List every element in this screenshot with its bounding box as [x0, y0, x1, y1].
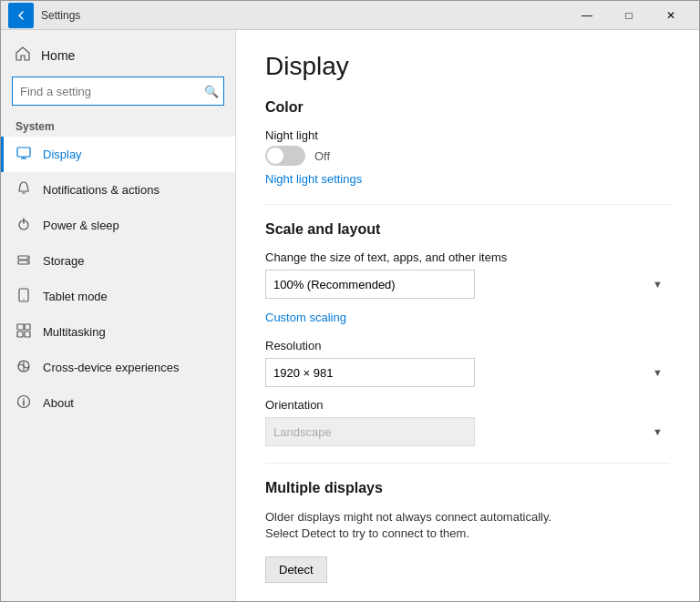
sidebar-section-label: System [1, 113, 235, 137]
svg-rect-12 [17, 324, 24, 330]
sidebar-search: 🔍 [12, 77, 224, 106]
sidebar-item-power-label: Power & sleep [43, 219, 119, 232]
sidebar: Home 🔍 System Display [1, 30, 236, 601]
adapter-link-wrapper: Display adapter properties [265, 599, 670, 601]
svg-rect-14 [17, 332, 23, 337]
sidebar-item-multitasking[interactable]: Multitasking [1, 314, 235, 350]
orientation-dropdown[interactable]: Landscape Portrait Landscape (flipped) P… [265, 417, 475, 446]
sidebar-item-cross-device[interactable]: Cross-device experiences [1, 350, 235, 385]
sidebar-item-tablet[interactable]: Tablet mode [1, 279, 235, 314]
home-label: Home [41, 48, 75, 63]
sidebar-item-about[interactable]: About [1, 385, 235, 421]
resolution-group: Resolution 1920 × 981 1920 × 1080 1280 ×… [265, 339, 670, 387]
divider-2 [265, 463, 670, 464]
close-button[interactable]: ✕ [650, 1, 692, 30]
about-icon [15, 394, 32, 412]
orientation-dropdown-arrow: ▼ [653, 426, 663, 437]
svg-rect-0 [17, 148, 30, 157]
divider-1 [265, 204, 670, 205]
svg-point-11 [23, 299, 24, 300]
search-icon: 🔍 [204, 85, 219, 98]
content-area: Display Color Night light Off Night ligh… [236, 30, 699, 601]
resolution-dropdown-wrapper: 1920 × 981 1920 × 1080 1280 × 720 ▼ [265, 358, 670, 387]
svg-point-9 [26, 261, 28, 263]
night-light-state: Off [314, 149, 330, 163]
storage-icon [15, 252, 32, 270]
power-icon [15, 217, 32, 234]
multiple-displays-text: Older displays might not always connect … [265, 509, 584, 542]
svg-rect-13 [25, 324, 30, 330]
night-light-toggle[interactable] [265, 146, 305, 166]
svg-point-20 [23, 398, 25, 400]
notifications-icon [15, 181, 32, 199]
multiple-displays-section-title: Multiple displays [265, 480, 670, 496]
resolution-label: Resolution [265, 339, 670, 352]
resolution-dropdown-arrow: ▼ [653, 367, 663, 378]
sidebar-item-home[interactable]: Home [1, 37, 235, 73]
scale-section-title: Scale and layout [265, 221, 670, 238]
tablet-icon [15, 288, 32, 305]
window-title: Settings [41, 9, 566, 22]
scale-description: Change the size of text, apps, and other… [265, 250, 670, 264]
maximize-button[interactable]: □ [608, 1, 650, 30]
sidebar-item-tablet-label: Tablet mode [43, 290, 108, 303]
custom-scaling-link[interactable]: Custom scaling [265, 311, 346, 324]
sidebar-item-about-label: About [43, 396, 74, 410]
minimize-button[interactable]: — [566, 1, 608, 30]
sidebar-item-display-label: Display [43, 148, 82, 161]
display-icon [15, 146, 32, 163]
sidebar-item-storage[interactable]: Storage [1, 243, 235, 279]
title-bar: Settings — □ ✕ [1, 1, 699, 30]
night-light-label: Night light [265, 128, 670, 142]
scale-dropdown[interactable]: 100% (Recommended) 125% 150% 175% [265, 270, 475, 299]
search-input[interactable] [12, 77, 224, 106]
resolution-dropdown[interactable]: 1920 × 981 1920 × 1080 1280 × 720 [265, 358, 475, 387]
detect-button[interactable]: Detect [265, 556, 327, 583]
sidebar-item-power[interactable]: Power & sleep [1, 208, 235, 243]
multitasking-icon [15, 323, 32, 341]
display-adapter-link[interactable]: Display adapter properties [265, 600, 404, 601]
window-controls: — □ ✕ [566, 1, 692, 30]
sidebar-item-storage-label: Storage [43, 254, 85, 268]
night-light-settings-link[interactable]: Night light settings [265, 172, 362, 186]
orientation-group: Orientation Landscape Portrait Landscape… [265, 398, 670, 446]
svg-point-8 [26, 257, 28, 259]
orientation-label: Orientation [265, 398, 670, 412]
sidebar-item-notifications-label: Notifications & actions [43, 183, 160, 197]
back-button[interactable] [8, 3, 34, 28]
orientation-dropdown-wrapper: Landscape Portrait Landscape (flipped) P… [265, 417, 670, 446]
cross-device-icon [15, 359, 32, 376]
toggle-knob [267, 148, 283, 164]
sidebar-item-cross-device-label: Cross-device experiences [43, 361, 180, 374]
color-section-title: Color [265, 99, 670, 116]
sidebar-item-multitasking-label: Multitasking [43, 325, 106, 339]
sidebar-item-notifications[interactable]: Notifications & actions [1, 172, 235, 208]
scale-dropdown-wrapper: 100% (Recommended) 125% 150% 175% ▼ [265, 270, 670, 299]
scale-dropdown-arrow: ▼ [653, 279, 663, 290]
sidebar-item-display[interactable]: Display [1, 137, 235, 172]
home-icon [15, 46, 30, 64]
svg-rect-15 [25, 332, 30, 337]
page-title: Display [265, 52, 670, 81]
